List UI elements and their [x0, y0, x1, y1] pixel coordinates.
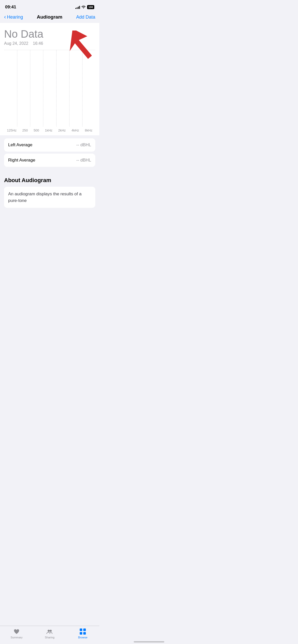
battery-icon: 100 [87, 5, 94, 9]
back-button[interactable]: ‹ Hearing [4, 14, 23, 20]
grid-line-3 [43, 50, 43, 126]
x-label-1khz: 1kHz [45, 128, 52, 132]
about-section: About Audiogram An audiogram displays th… [0, 172, 99, 208]
left-average-label: Left Average [8, 142, 32, 148]
chart-grid-lines [4, 50, 95, 126]
wifi-icon [82, 5, 86, 9]
chevron-left-icon: ‹ [4, 14, 6, 20]
status-bar: 09:41 100 [0, 0, 99, 12]
metrics-section: Left Average -- dBHL Right Average -- dB… [0, 135, 99, 172]
add-data-button[interactable]: Add Data [76, 14, 95, 20]
x-label-2khz: 2kHz [58, 128, 66, 132]
grid-line-2 [30, 50, 30, 126]
chart-x-labels: 125Hz 250 500 1kHz 2kHz 4kHz 8kHz [4, 126, 95, 135]
grid-line-6 [82, 50, 83, 126]
x-label-4khz: 4kHz [72, 128, 79, 132]
no-data-label: No Data [4, 28, 95, 40]
left-average-value: -- dBHL [76, 142, 91, 148]
about-card: An audiogram displays the results of a p… [4, 187, 95, 208]
back-label: Hearing [7, 14, 23, 20]
grid-line-1 [17, 50, 17, 126]
right-average-value: -- dBHL [76, 158, 91, 163]
chart-date: Aug 24, 2022 16:46 [4, 41, 95, 46]
about-description: An audiogram displays the results of a p… [8, 191, 91, 204]
main-content: No Data Aug 24, 2022 16:46 1 [0, 23, 99, 135]
nav-bar: ‹ Hearing Audiogram Add Data [0, 12, 99, 23]
x-label-500: 500 [34, 128, 39, 132]
signal-icon [75, 6, 80, 9]
status-time: 09:41 [5, 5, 16, 10]
right-average-label: Right Average [8, 158, 35, 163]
right-average-card: Right Average -- dBHL [4, 154, 95, 167]
grid-line-5 [69, 50, 70, 126]
grid-line-4 [56, 50, 57, 126]
page-title: Audiogram [37, 14, 62, 20]
x-label-250: 250 [22, 128, 28, 132]
audiogram-chart: 125Hz 250 500 1kHz 2kHz 4kHz 8kHz [4, 50, 95, 135]
status-icons: 100 [75, 5, 94, 9]
about-title: About Audiogram [4, 177, 95, 184]
page-wrapper: 09:41 100 ‹ Hearing Audiogram Add Data [0, 0, 99, 233]
x-label-8khz: 8kHz [85, 128, 92, 132]
left-average-card: Left Average -- dBHL [4, 138, 95, 152]
x-label-125hz: 125Hz [7, 128, 17, 132]
chart-grid [4, 50, 95, 126]
